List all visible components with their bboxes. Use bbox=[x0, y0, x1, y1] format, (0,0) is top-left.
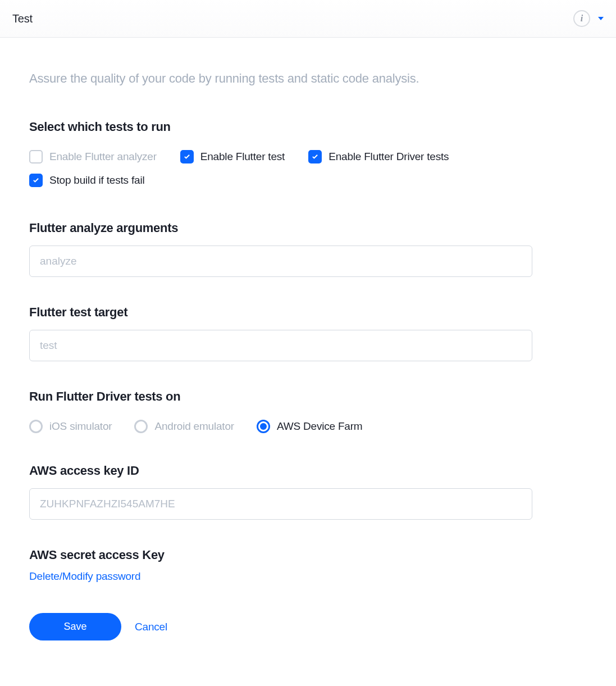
field-label: AWS secret access Key bbox=[29, 548, 532, 562]
driver-target-radio-group: iOS simulator Android emulator AWS Devic… bbox=[29, 420, 532, 433]
radio-label: AWS Device Farm bbox=[277, 420, 363, 433]
radio-icon bbox=[29, 420, 43, 433]
radio-label: iOS simulator bbox=[49, 420, 112, 433]
checkbox-enable-flutter-test[interactable]: Enable Flutter test bbox=[180, 150, 285, 163]
delete-modify-password-link[interactable]: Delete/Modify password bbox=[29, 570, 140, 582]
aws-access-key-id-group: AWS access key ID bbox=[29, 464, 532, 520]
page-subtitle: Assure the quality of your code by runni… bbox=[29, 71, 532, 86]
checkbox-enable-flutter-driver-tests[interactable]: Enable Flutter Driver tests bbox=[308, 150, 449, 163]
radio-ios-simulator[interactable]: iOS simulator bbox=[29, 420, 112, 433]
checkbox-stop-build-if-tests-fail[interactable]: Stop build if tests fail bbox=[29, 174, 509, 187]
field-label: AWS access key ID bbox=[29, 464, 532, 478]
flutter-test-target-input[interactable] bbox=[29, 330, 532, 361]
field-label: Flutter test target bbox=[29, 305, 532, 320]
field-label: Flutter analyze arguments bbox=[29, 221, 532, 235]
aws-secret-access-key-group: AWS secret access Key Delete/Modify pass… bbox=[29, 548, 532, 583]
flutter-test-target-group: Flutter test target bbox=[29, 305, 532, 361]
checkbox-label: Enable Flutter Driver tests bbox=[328, 151, 449, 163]
aws-access-key-id-input[interactable] bbox=[29, 488, 532, 520]
checkbox-enable-flutter-analyzer[interactable]: Enable Flutter analyzer bbox=[29, 150, 157, 163]
page-title: Test bbox=[12, 12, 33, 25]
checkbox-label: Enable Flutter analyzer bbox=[49, 151, 157, 163]
checkmark-icon bbox=[308, 150, 322, 163]
flutter-analyze-args-group: Flutter analyze arguments bbox=[29, 221, 532, 277]
save-button[interactable]: Save bbox=[29, 613, 121, 640]
checkmark-icon bbox=[29, 174, 43, 187]
checkmark-icon bbox=[180, 150, 194, 163]
page-header: Test i bbox=[0, 0, 616, 38]
radio-label: Android emulator bbox=[154, 420, 234, 433]
field-label: Run Flutter Driver tests on bbox=[29, 389, 532, 404]
radio-android-emulator[interactable]: Android emulator bbox=[134, 420, 234, 433]
tests-checkbox-group: Enable Flutter analyzer Enable Flutter t… bbox=[29, 150, 532, 187]
driver-target-group: Run Flutter Driver tests on iOS simulato… bbox=[29, 389, 532, 433]
cancel-button[interactable]: Cancel bbox=[135, 621, 167, 633]
info-icon[interactable]: i bbox=[573, 10, 590, 27]
radio-icon bbox=[134, 420, 148, 433]
flutter-analyze-args-input[interactable] bbox=[29, 246, 532, 277]
content-area: Assure the quality of your code by runni… bbox=[0, 38, 562, 674]
checkbox-label: Enable Flutter test bbox=[200, 151, 285, 163]
radio-aws-device-farm[interactable]: AWS Device Farm bbox=[257, 420, 363, 433]
header-actions: i bbox=[573, 10, 604, 27]
caret-down-icon[interactable] bbox=[598, 17, 604, 20]
radio-icon bbox=[257, 420, 270, 433]
checkbox-icon bbox=[29, 150, 43, 163]
checkbox-label: Stop build if tests fail bbox=[49, 174, 144, 187]
form-actions: Save Cancel bbox=[29, 613, 532, 640]
tests-heading: Select which tests to run bbox=[29, 120, 532, 134]
